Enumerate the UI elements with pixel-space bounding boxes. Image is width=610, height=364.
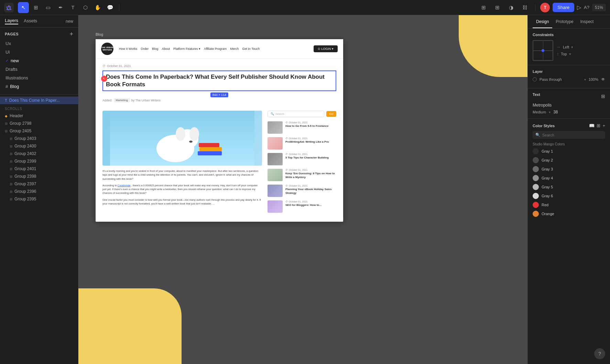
nav-merch[interactable]: Merch: [230, 47, 239, 51]
layer-group2399[interactable]: ⊞ Group 2399: [0, 157, 78, 165]
go-button[interactable]: Go!: [326, 111, 336, 117]
shape-tool[interactable]: ▭: [43, 2, 54, 13]
blog-title-box[interactable]: Does This Come In Paperback? What Every …: [102, 70, 336, 91]
layer-group2403[interactable]: ⊞ Group 2403: [0, 135, 78, 142]
page-item-new[interactable]: ✓ new: [3, 56, 75, 65]
page-item-drafts[interactable]: Drafts: [3, 65, 75, 74]
v-chevron[interactable]: ▾: [569, 52, 571, 56]
layer-header[interactable]: ◆ Header: [0, 112, 78, 120]
nav-order[interactable]: Order: [141, 47, 149, 51]
svg-rect-8: [198, 151, 222, 155]
text-expand-icon[interactable]: ⊞: [601, 93, 605, 99]
component-tool[interactable]: ⬡: [80, 2, 91, 13]
layer-2395-label: Group 2395: [14, 197, 36, 201]
tab-layers[interactable]: Layers: [5, 18, 18, 24]
sidebar-post-title-6[interactable]: SEO for Bloggers: How to...: [285, 203, 336, 207]
tab-prototype[interactable]: Prototype: [552, 15, 577, 28]
components-icon[interactable]: ⊞: [478, 2, 489, 13]
layer-group2397[interactable]: ⊞ Group 2397: [0, 180, 78, 188]
nav-how[interactable]: How It Works: [119, 47, 137, 51]
blog-content: It's a lovely morning and you're seated …: [96, 105, 343, 222]
color-item-gray4[interactable]: Gray 4: [533, 175, 605, 181]
theme-icon[interactable]: ◑: [505, 2, 516, 13]
search-area[interactable]: 🔍 Search: [268, 111, 324, 117]
weight-chevron[interactable]: ▾: [549, 110, 551, 114]
color-item-gray5[interactable]: Gray 5: [533, 184, 605, 190]
sidebar-post-title-5[interactable]: Planning Your eBook Holiday Sales Strate…: [285, 188, 336, 195]
hand-tool[interactable]: ✋: [92, 2, 103, 13]
sidebar-post-title-1[interactable]: How to Go From 9-5 to Freelance: [285, 124, 336, 128]
add-color-icon[interactable]: +: [602, 123, 605, 128]
selected-layer-item[interactable]: T Does This Come In Paper...: [0, 97, 78, 104]
grid-icon[interactable]: ⊞: [492, 2, 503, 13]
layer-group2400[interactable]: ⊞ Group 2400: [0, 142, 78, 150]
color-name-gray2: Gray 2: [542, 158, 553, 162]
link-icon[interactable]: ⛓: [519, 2, 530, 13]
nav-platform[interactable]: Platform Features ▾: [173, 47, 200, 51]
font-weight-label[interactable]: Medium: [533, 110, 546, 114]
meta-tag: Marketing: [114, 98, 130, 102]
tab-assets[interactable]: Assets: [24, 18, 37, 24]
help-button[interactable]: ?: [594, 348, 605, 359]
sidebar-post-title-3[interactable]: 5 Top Tips for Character Building: [285, 156, 336, 159]
page-item-blog[interactable]: # Blog: [3, 82, 75, 91]
color-item-gray3[interactable]: Gray 3: [533, 166, 605, 172]
clock-icon-4: ⏱: [285, 169, 288, 171]
text-tool[interactable]: T: [67, 2, 78, 13]
book-icon[interactable]: 📖: [589, 123, 595, 128]
play-icon[interactable]: ▷: [577, 4, 581, 11]
nav-blog[interactable]: Blog: [152, 47, 158, 51]
grid-color-icon[interactable]: ⊞: [597, 123, 600, 128]
login-button[interactable]: ⊙ LOGIN ▾: [314, 45, 338, 52]
page-item-ux[interactable]: Ux: [3, 39, 75, 48]
sidebar-post-info-2: ⏱ October 01, 2021 ProWritingAid: Writin…: [285, 137, 336, 150]
sidebar-post-title-4[interactable]: Keep 'Em Guessing: 8 Tips on How to Writ…: [285, 172, 336, 179]
svg-rect-9: [199, 147, 222, 151]
add-page-button[interactable]: +: [69, 31, 73, 37]
blend-mode-label[interactable]: Pass through: [540, 77, 581, 81]
page-item-ui[interactable]: Ui: [3, 48, 75, 56]
text-section-header: Text ⊞: [533, 92, 605, 100]
sidebar-post-img-3: [268, 153, 283, 165]
layer-group2398[interactable]: ⊞ Group 2398: [0, 173, 78, 180]
blog-hero-image: [102, 111, 262, 166]
canvas-area[interactable]: Blog THE URBAN WRITERS How It Works Orde…: [78, 15, 527, 364]
eye-icon[interactable]: 👁: [601, 77, 605, 82]
tab-inspect[interactable]: Inspect: [577, 15, 597, 28]
color-item-orange[interactable]: Orange: [533, 211, 605, 217]
layer-group2395[interactable]: ⊞ Group 2395: [0, 195, 78, 203]
color-search-input[interactable]: [542, 133, 602, 137]
pen-tool[interactable]: ✒: [55, 2, 66, 13]
v-constraint-label: Top: [561, 52, 567, 56]
share-button[interactable]: Share: [553, 3, 574, 12]
color-item-gray1[interactable]: Gray 1: [533, 148, 605, 154]
nav-about[interactable]: About: [162, 47, 170, 51]
sidebar-post-5: ⏱ October 01, 2021 Planning Your eBook H…: [268, 185, 336, 197]
clock-icon-5: ⏱: [285, 185, 288, 187]
selection-handle[interactable]: ↖: [101, 76, 107, 82]
color-item-gray6[interactable]: Gray 6: [533, 193, 605, 199]
tab-design[interactable]: Design: [533, 15, 552, 28]
frame-tool[interactable]: ⊞: [30, 2, 41, 13]
layer-group2405[interactable]: ⊞ Group 2405: [0, 127, 78, 135]
avatar[interactable]: T: [540, 3, 550, 12]
sidebar-post-title-2[interactable]: ProWritingAid: Writing Like a Pro: [285, 140, 336, 144]
h-chevron[interactable]: ▾: [571, 45, 573, 49]
layer-group2798[interactable]: ⊞ Group 2798: [0, 120, 78, 127]
new-page-label[interactable]: new: [66, 19, 73, 24]
blend-chevron[interactable]: ▾: [584, 78, 586, 81]
color-item-gray2[interactable]: Gray 2: [533, 157, 605, 163]
color-item-red[interactable]: Red: [533, 202, 605, 208]
app-logo[interactable]: [4, 3, 14, 12]
layer-group2402[interactable]: ⊞ Group 2402: [0, 150, 78, 157]
aa-icon[interactable]: A?: [584, 5, 589, 10]
comment-tool[interactable]: 💬: [105, 2, 116, 13]
nav-contact[interactable]: Get In Touch: [242, 47, 260, 51]
layer-group2401[interactable]: ⊞ Group 2401: [0, 165, 78, 173]
layer-group2396[interactable]: ⊞ Group 2396: [0, 188, 78, 195]
page-item-illustrations[interactable]: Illustrations: [3, 74, 75, 82]
nav-affiliate[interactable]: Affiliate Program: [204, 47, 227, 51]
blog-link-creativinde[interactable]: Creativinde: [118, 184, 131, 187]
zoom-level[interactable]: 51%: [592, 4, 606, 11]
select-tool[interactable]: ↖: [18, 2, 29, 13]
